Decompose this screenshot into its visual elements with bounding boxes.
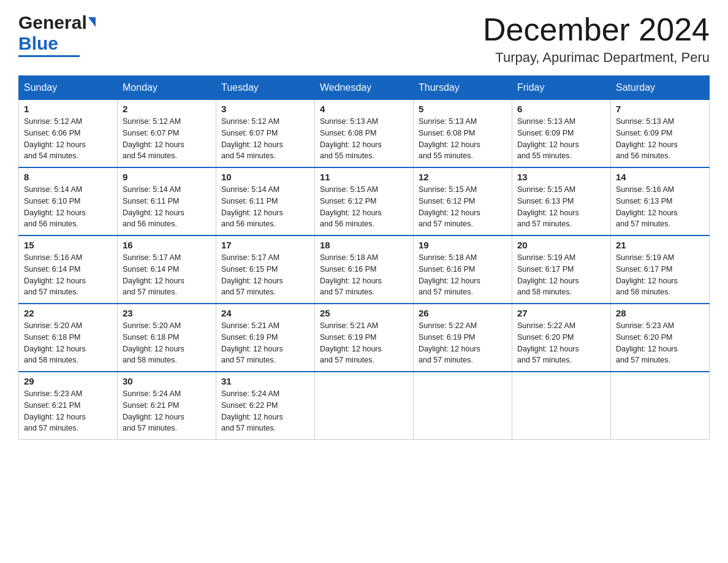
calendar-week-row: 29 Sunrise: 5:23 AMSunset: 6:21 PMDaylig… bbox=[19, 372, 710, 440]
calendar-cell: 14 Sunrise: 5:16 AMSunset: 6:13 PMDaylig… bbox=[611, 167, 710, 236]
col-header-tuesday: Tuesday bbox=[216, 76, 315, 100]
day-number: 18 bbox=[320, 240, 408, 250]
day-info: Sunrise: 5:13 AMSunset: 6:08 PMDaylight:… bbox=[419, 117, 480, 160]
calendar-header-row: SundayMondayTuesdayWednesdayThursdayFrid… bbox=[19, 76, 710, 100]
day-number: 25 bbox=[320, 308, 408, 318]
day-info: Sunrise: 5:15 AMSunset: 6:12 PMDaylight:… bbox=[320, 185, 382, 228]
calendar-cell: 9 Sunrise: 5:14 AMSunset: 6:11 PMDayligh… bbox=[118, 167, 216, 236]
calendar-cell: 26 Sunrise: 5:22 AMSunset: 6:19 PMDaylig… bbox=[414, 304, 512, 372]
calendar-cell: 1 Sunrise: 5:12 AMSunset: 6:06 PMDayligh… bbox=[19, 100, 118, 168]
day-number: 10 bbox=[221, 172, 309, 182]
day-number: 26 bbox=[419, 308, 507, 318]
col-header-thursday: Thursday bbox=[414, 76, 512, 100]
calendar-cell: 7 Sunrise: 5:13 AMSunset: 6:09 PMDayligh… bbox=[611, 100, 710, 168]
calendar-cell: 28 Sunrise: 5:23 AMSunset: 6:20 PMDaylig… bbox=[611, 304, 710, 372]
col-header-sunday: Sunday bbox=[19, 76, 118, 100]
calendar-cell: 16 Sunrise: 5:17 AMSunset: 6:14 PMDaylig… bbox=[118, 236, 216, 304]
day-info: Sunrise: 5:13 AMSunset: 6:09 PMDaylight:… bbox=[517, 117, 579, 160]
day-number: 20 bbox=[517, 240, 605, 250]
calendar-cell bbox=[512, 372, 611, 440]
calendar-week-row: 8 Sunrise: 5:14 AMSunset: 6:10 PMDayligh… bbox=[19, 167, 710, 236]
calendar-cell: 18 Sunrise: 5:18 AMSunset: 6:16 PMDaylig… bbox=[315, 236, 414, 304]
calendar-cell: 11 Sunrise: 5:15 AMSunset: 6:12 PMDaylig… bbox=[315, 167, 414, 236]
calendar-week-row: 22 Sunrise: 5:20 AMSunset: 6:18 PMDaylig… bbox=[19, 304, 710, 372]
day-info: Sunrise: 5:22 AMSunset: 6:20 PMDaylight:… bbox=[517, 321, 579, 364]
calendar-cell: 8 Sunrise: 5:14 AMSunset: 6:10 PMDayligh… bbox=[19, 167, 118, 236]
calendar-cell bbox=[611, 372, 710, 440]
day-info: Sunrise: 5:12 AMSunset: 6:07 PMDaylight:… bbox=[123, 117, 184, 160]
day-number: 11 bbox=[320, 172, 408, 182]
day-number: 9 bbox=[123, 172, 211, 182]
day-number: 15 bbox=[24, 240, 112, 250]
calendar-cell: 22 Sunrise: 5:20 AMSunset: 6:18 PMDaylig… bbox=[19, 304, 118, 372]
day-info: Sunrise: 5:18 AMSunset: 6:16 PMDaylight:… bbox=[419, 253, 480, 296]
day-number: 5 bbox=[419, 104, 507, 114]
logo-arrow-icon bbox=[88, 17, 96, 27]
day-info: Sunrise: 5:19 AMSunset: 6:17 PMDaylight:… bbox=[616, 253, 678, 296]
day-info: Sunrise: 5:17 AMSunset: 6:14 PMDaylight:… bbox=[123, 253, 184, 296]
day-number: 31 bbox=[221, 376, 309, 386]
day-number: 4 bbox=[320, 104, 408, 114]
day-number: 17 bbox=[221, 240, 309, 250]
calendar-cell: 10 Sunrise: 5:14 AMSunset: 6:11 PMDaylig… bbox=[216, 167, 315, 236]
day-info: Sunrise: 5:12 AMSunset: 6:06 PMDaylight:… bbox=[24, 117, 86, 160]
calendar-cell: 27 Sunrise: 5:22 AMSunset: 6:20 PMDaylig… bbox=[512, 304, 611, 372]
day-number: 2 bbox=[123, 104, 211, 114]
calendar-cell: 20 Sunrise: 5:19 AMSunset: 6:17 PMDaylig… bbox=[512, 236, 611, 304]
day-info: Sunrise: 5:17 AMSunset: 6:15 PMDaylight:… bbox=[221, 253, 283, 296]
day-number: 29 bbox=[24, 376, 112, 386]
day-number: 8 bbox=[24, 172, 112, 182]
calendar-cell: 23 Sunrise: 5:20 AMSunset: 6:18 PMDaylig… bbox=[118, 304, 216, 372]
logo-underline bbox=[18, 55, 80, 57]
col-header-wednesday: Wednesday bbox=[315, 76, 414, 100]
day-info: Sunrise: 5:16 AMSunset: 6:13 PMDaylight:… bbox=[616, 185, 678, 228]
calendar-cell: 5 Sunrise: 5:13 AMSunset: 6:08 PMDayligh… bbox=[414, 100, 512, 168]
day-number: 21 bbox=[616, 240, 704, 250]
calendar-table: SundayMondayTuesdayWednesdayThursdayFrid… bbox=[18, 75, 710, 440]
calendar-cell: 31 Sunrise: 5:24 AMSunset: 6:22 PMDaylig… bbox=[216, 372, 315, 440]
calendar-cell: 17 Sunrise: 5:17 AMSunset: 6:15 PMDaylig… bbox=[216, 236, 315, 304]
calendar-cell: 21 Sunrise: 5:19 AMSunset: 6:17 PMDaylig… bbox=[611, 236, 710, 304]
day-number: 13 bbox=[517, 172, 605, 182]
day-info: Sunrise: 5:20 AMSunset: 6:18 PMDaylight:… bbox=[24, 321, 86, 364]
calendar-cell bbox=[315, 372, 414, 440]
title-block: December 2024 Turpay, Apurimac Departmen… bbox=[483, 12, 710, 66]
day-info: Sunrise: 5:15 AMSunset: 6:13 PMDaylight:… bbox=[517, 185, 579, 228]
day-info: Sunrise: 5:21 AMSunset: 6:19 PMDaylight:… bbox=[320, 321, 382, 364]
logo: General Blue bbox=[18, 12, 96, 57]
day-info: Sunrise: 5:14 AMSunset: 6:11 PMDaylight:… bbox=[221, 185, 283, 228]
calendar-cell: 30 Sunrise: 5:24 AMSunset: 6:21 PMDaylig… bbox=[118, 372, 216, 440]
day-number: 24 bbox=[221, 308, 309, 318]
day-number: 3 bbox=[221, 104, 309, 114]
calendar-cell: 4 Sunrise: 5:13 AMSunset: 6:08 PMDayligh… bbox=[315, 100, 414, 168]
calendar-cell: 6 Sunrise: 5:13 AMSunset: 6:09 PMDayligh… bbox=[512, 100, 611, 168]
calendar-cell: 2 Sunrise: 5:12 AMSunset: 6:07 PMDayligh… bbox=[118, 100, 216, 168]
col-header-monday: Monday bbox=[118, 76, 216, 100]
calendar-cell: 19 Sunrise: 5:18 AMSunset: 6:16 PMDaylig… bbox=[414, 236, 512, 304]
day-number: 1 bbox=[24, 104, 112, 114]
calendar-week-row: 1 Sunrise: 5:12 AMSunset: 6:06 PMDayligh… bbox=[19, 100, 710, 168]
calendar-cell: 13 Sunrise: 5:15 AMSunset: 6:13 PMDaylig… bbox=[512, 167, 611, 236]
day-number: 28 bbox=[616, 308, 704, 318]
month-title: December 2024 bbox=[483, 12, 710, 47]
day-info: Sunrise: 5:19 AMSunset: 6:17 PMDaylight:… bbox=[517, 253, 579, 296]
day-info: Sunrise: 5:12 AMSunset: 6:07 PMDaylight:… bbox=[221, 117, 283, 160]
calendar-week-row: 15 Sunrise: 5:16 AMSunset: 6:14 PMDaylig… bbox=[19, 236, 710, 304]
calendar-cell bbox=[414, 372, 512, 440]
day-info: Sunrise: 5:14 AMSunset: 6:10 PMDaylight:… bbox=[24, 185, 86, 228]
day-number: 6 bbox=[517, 104, 605, 114]
page-header: General Blue December 2024 Turpay, Apuri… bbox=[18, 12, 710, 66]
day-info: Sunrise: 5:13 AMSunset: 6:08 PMDaylight:… bbox=[320, 117, 382, 160]
day-info: Sunrise: 5:23 AMSunset: 6:21 PMDaylight:… bbox=[24, 389, 86, 432]
day-info: Sunrise: 5:20 AMSunset: 6:18 PMDaylight:… bbox=[123, 321, 184, 364]
day-number: 22 bbox=[24, 308, 112, 318]
calendar-cell: 25 Sunrise: 5:21 AMSunset: 6:19 PMDaylig… bbox=[315, 304, 414, 372]
day-info: Sunrise: 5:14 AMSunset: 6:11 PMDaylight:… bbox=[123, 185, 184, 228]
day-info: Sunrise: 5:18 AMSunset: 6:16 PMDaylight:… bbox=[320, 253, 382, 296]
calendar-cell: 24 Sunrise: 5:21 AMSunset: 6:19 PMDaylig… bbox=[216, 304, 315, 372]
logo-blue-text: Blue bbox=[18, 33, 58, 53]
day-info: Sunrise: 5:16 AMSunset: 6:14 PMDaylight:… bbox=[24, 253, 86, 296]
day-info: Sunrise: 5:22 AMSunset: 6:19 PMDaylight:… bbox=[419, 321, 480, 364]
day-info: Sunrise: 5:21 AMSunset: 6:19 PMDaylight:… bbox=[221, 321, 283, 364]
col-header-friday: Friday bbox=[512, 76, 611, 100]
